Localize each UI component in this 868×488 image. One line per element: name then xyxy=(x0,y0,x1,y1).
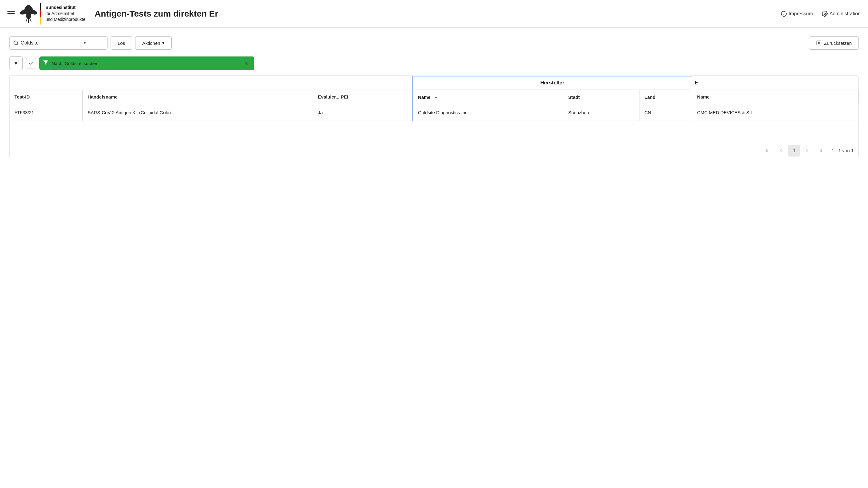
cell-evaluier-pei: Ja xyxy=(313,104,413,121)
page-prev-button[interactable] xyxy=(775,145,787,157)
search-bar: ▾ Los Aktionen ▾ Zurücksetzen xyxy=(9,36,859,50)
group-header-empty-left xyxy=(9,76,413,90)
aktionen-button[interactable]: Aktionen ▾ xyxy=(135,36,172,50)
administration-nav-item[interactable]: Administration xyxy=(822,11,861,17)
search-icon xyxy=(13,40,19,46)
logo-divider xyxy=(40,3,41,25)
logo-text: Bundesinstitut für Arzneimittel und Medi… xyxy=(45,5,85,23)
reset-icon xyxy=(816,40,822,46)
svg-line-8 xyxy=(30,19,31,22)
cell-test-id: AT533/21 xyxy=(9,104,83,121)
column-header-row: Test-ID Handelsname Evaluier... PEI Name… xyxy=(9,90,859,104)
col-handelsname: Handelsname xyxy=(83,90,313,104)
cell-handelsname: SARS-CoV-2 Antigen Kit (Colloidal Gold) xyxy=(83,104,313,121)
pagination: 1 1 - 1 von 1 xyxy=(9,139,859,158)
svg-point-13 xyxy=(14,41,18,44)
svg-marker-16 xyxy=(43,61,48,65)
svg-point-12 xyxy=(824,13,825,14)
svg-point-1 xyxy=(26,13,31,19)
col-test-id: Test-ID xyxy=(9,90,83,104)
header-nav: Impressum Administration xyxy=(781,11,861,17)
administration-label: Administration xyxy=(830,11,861,17)
zuruck-button[interactable]: Zurücksetzen xyxy=(809,36,859,50)
sort-icon: ↑≡ xyxy=(433,95,437,100)
impressum-nav-item[interactable]: Impressum xyxy=(781,11,813,17)
main-content: ▾ Los Aktionen ▾ Zurücksetzen ▼ xyxy=(0,28,868,167)
filter-row: ▼ Nach 'Goldsite' suchen xyxy=(9,57,859,70)
page-next-button[interactable] xyxy=(801,145,813,157)
filter-chip: Nach 'Goldsite' suchen xyxy=(39,57,254,70)
col-hersteller-stadt: Stadt xyxy=(563,90,640,104)
search-input-wrapper[interactable]: ▾ xyxy=(9,36,107,50)
search-input[interactable] xyxy=(21,40,82,46)
hamburger-button[interactable] xyxy=(7,11,15,17)
filter-icon xyxy=(43,60,49,67)
col-hersteller-name[interactable]: Name ↑≡ xyxy=(413,90,563,104)
group-header-row: Hersteller E xyxy=(9,76,859,90)
svg-line-14 xyxy=(17,44,18,45)
close-icon xyxy=(244,61,249,66)
svg-line-6 xyxy=(26,19,27,22)
search-chevron-icon[interactable]: ▾ xyxy=(84,41,86,45)
hersteller-group-header: Hersteller xyxy=(413,76,692,90)
prev-page-icon xyxy=(779,148,783,153)
col-evaluier-pei: Evaluier... PEI xyxy=(313,90,413,104)
cell-hersteller-land: CN xyxy=(640,104,692,121)
eagle-icon xyxy=(20,4,37,24)
empty-row xyxy=(9,121,859,139)
filter-toggle-button[interactable]: ▼ xyxy=(9,57,23,70)
next-page-icon xyxy=(804,148,809,153)
first-page-icon xyxy=(766,148,771,153)
col-hersteller-land: Land xyxy=(640,90,692,104)
page-first-button[interactable] xyxy=(762,145,774,157)
filter-chip-text: Nach 'Goldsite' suchen xyxy=(52,61,239,66)
page-last-button[interactable] xyxy=(814,145,826,157)
header: Bundesinstitut für Arzneimittel und Medi… xyxy=(0,0,868,28)
impressum-label: Impressum xyxy=(789,11,813,17)
filter-close-button[interactable] xyxy=(242,59,251,67)
cell-hersteller-name: Goldsite Diagnostics Inc. xyxy=(413,104,563,121)
group-header-right: E xyxy=(692,76,859,90)
page-info: 1 - 1 von 1 xyxy=(832,148,854,153)
info-icon xyxy=(781,11,787,17)
table-row: AT533/21 SARS-CoV-2 Antigen Kit (Colloid… xyxy=(9,104,859,121)
page-1-button[interactable]: 1 xyxy=(788,145,800,157)
aktionen-chevron-icon: ▾ xyxy=(162,40,165,46)
data-table: Hersteller E Test-ID Handelsname Evaluie… xyxy=(9,76,859,139)
logo-area: Bundesinstitut für Arzneimittel und Medi… xyxy=(20,3,85,25)
gear-icon xyxy=(822,11,828,17)
check-icon xyxy=(29,61,33,66)
last-page-icon xyxy=(817,148,822,153)
cell-hersteller-stadt: Shenzhen xyxy=(563,104,640,121)
col-name2: Name xyxy=(692,90,859,104)
filter-checkbox[interactable] xyxy=(26,58,36,68)
svg-point-4 xyxy=(26,5,31,9)
los-button[interactable]: Los xyxy=(111,36,132,50)
chevron-down-icon: ▼ xyxy=(13,60,19,67)
page-title: Antigen-Tests zum direkten Er xyxy=(95,9,775,19)
cell-name2: CMC MED DEVICES & S.L. xyxy=(692,104,859,121)
data-table-wrapper: Hersteller E Test-ID Handelsname Evaluie… xyxy=(9,75,859,158)
